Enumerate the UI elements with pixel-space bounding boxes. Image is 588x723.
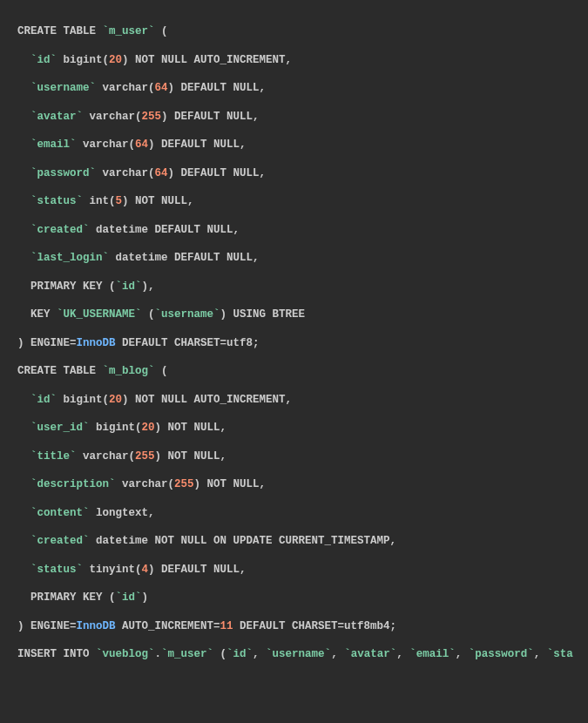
code-token: varchar(: [116, 478, 175, 490]
code-token: ,: [253, 648, 266, 660]
code-token: [17, 394, 30, 406]
code-token: bigint(: [90, 422, 142, 434]
code-token: `password`: [469, 648, 534, 660]
code-token: `sta: [547, 648, 573, 660]
code-token: tinyint(: [83, 564, 142, 576]
code-token: 20: [109, 394, 122, 406]
code-token: [17, 478, 30, 490]
code-token: 64: [155, 82, 168, 94]
code-token: `last_login`: [30, 252, 109, 264]
code-token: 255: [142, 111, 162, 123]
code-token: `created`: [30, 224, 90, 236]
code-token: [17, 224, 30, 236]
code-token: ): [142, 591, 149, 604]
code-token: ) DEFAULT NULL,: [148, 139, 247, 151]
code-token: varchar(: [96, 167, 155, 179]
code-token: ) DEFAULT NULL,: [168, 167, 267, 179]
code-token: 64: [135, 139, 148, 151]
code-token: bigint(: [57, 394, 109, 406]
code-token: 11: [220, 620, 233, 632]
code-token: INSERT INTO: [17, 648, 96, 660]
code-token: [17, 167, 30, 179]
code-token: `avatar`: [30, 111, 83, 123]
code-token: `m_blog`: [103, 365, 155, 377]
code-token: ) NOT NULL,: [194, 478, 267, 490]
code-token: bigint(: [57, 54, 109, 66]
code-token: PRIMARY KEY (: [17, 591, 116, 604]
code-token: ) NOT NULL,: [155, 450, 227, 463]
code-token: [17, 507, 30, 519]
code-token: `id`: [116, 280, 142, 293]
code-token: `id`: [30, 54, 57, 66]
code-token: 20: [142, 422, 155, 434]
code-token: varchar(: [96, 82, 155, 94]
code-token: (: [155, 25, 168, 37]
code-token: `avatar`: [344, 648, 396, 660]
code-token: [17, 139, 30, 151]
code-token: [17, 82, 30, 94]
code-token: AUTO_INCREMENT=: [116, 620, 220, 632]
code-token: InnoDB: [77, 337, 116, 349]
code-token: ) DEFAULT NULL,: [161, 111, 260, 123]
code-token: `id`: [116, 591, 142, 604]
code-token: CREATE TABLE: [17, 365, 103, 377]
code-token: ,: [534, 648, 547, 660]
code-token: ,: [456, 648, 469, 660]
code-token: `username`: [30, 82, 96, 94]
code-block: CREATE TABLE `m_user` ( `id` bigint(20) …: [0, 0, 588, 686]
code-token: longtext,: [90, 507, 155, 519]
code-token: `status`: [30, 195, 83, 207]
code-token: [17, 111, 30, 123]
code-token: ) NOT NULL AUTO_INCREMENT,: [122, 394, 292, 406]
code-token: 4: [142, 564, 149, 576]
code-token: 255: [135, 450, 155, 463]
code-token: varchar(: [77, 450, 136, 463]
code-token: ) NOT NULL AUTO_INCREMENT,: [122, 54, 292, 66]
code-token: ) NOT NULL,: [122, 195, 194, 207]
code-token: (: [155, 365, 168, 377]
code-token: 64: [155, 167, 168, 179]
code-token: varchar(: [77, 139, 136, 151]
code-token: datetime DEFAULT NULL,: [90, 224, 240, 236]
code-token: ) NOT NULL,: [155, 422, 227, 434]
code-token: PRIMARY KEY (: [17, 280, 116, 293]
code-token: DEFAULT CHARSET=utf8mb4;: [233, 620, 397, 632]
code-token: 20: [109, 54, 122, 66]
code-token: [17, 422, 30, 434]
code-token: `status`: [30, 564, 83, 576]
code-token: `vueblog`: [96, 648, 155, 660]
code-token: `id`: [30, 394, 57, 406]
code-token: datetime NOT NULL ON UPDATE CURRENT_TIME…: [90, 535, 397, 547]
code-token: int(: [83, 195, 116, 207]
code-token: (: [213, 648, 226, 660]
code-token: (: [142, 308, 155, 321]
code-token: varchar(: [83, 111, 142, 123]
code-token: `username`: [266, 648, 331, 660]
code-token: 5: [116, 195, 123, 207]
code-token: InnoDB: [77, 620, 116, 632]
code-token: `password`: [30, 167, 96, 179]
code-token: `email`: [30, 139, 77, 151]
code-token: ,: [331, 648, 344, 660]
code-editor[interactable]: CREATE TABLE `m_user` ( `id` bigint(20) …: [0, 0, 588, 723]
code-token: .: [155, 648, 162, 660]
code-token: `description`: [30, 478, 116, 490]
code-token: `username`: [155, 308, 220, 321]
code-token: `id`: [226, 648, 253, 660]
code-token: [17, 54, 30, 66]
code-token: ) USING BTREE: [220, 308, 306, 321]
code-token: [17, 450, 30, 463]
code-token: ) DEFAULT NULL,: [168, 82, 267, 94]
code-token: ) DEFAULT NULL,: [148, 564, 247, 576]
code-token: `content`: [30, 507, 90, 519]
code-token: [17, 252, 30, 264]
code-token: ),: [142, 280, 155, 293]
code-token: `m_user`: [103, 25, 155, 37]
code-token: `m_user`: [161, 648, 213, 660]
code-token: DEFAULT CHARSET=utf8;: [116, 337, 260, 349]
code-token: `title`: [30, 450, 77, 463]
code-token: [17, 564, 30, 576]
code-token: [17, 195, 30, 207]
code-token: ,: [396, 648, 409, 660]
code-token: KEY: [17, 308, 57, 321]
